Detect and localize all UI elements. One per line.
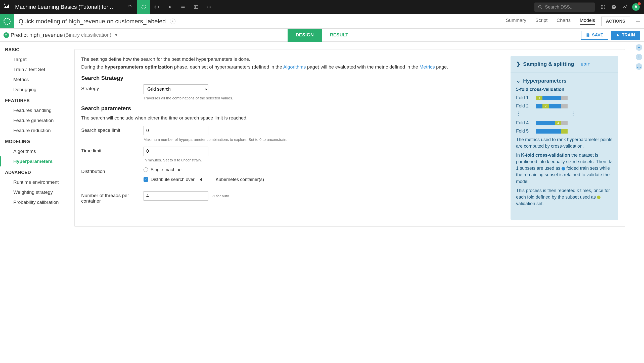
lab-icon[interactable] bbox=[137, 0, 150, 14]
result-tab[interactable]: RESULT bbox=[322, 29, 356, 42]
algorithms-link[interactable]: Algorithms bbox=[283, 64, 306, 70]
time-limit-input[interactable] bbox=[144, 147, 208, 156]
info-panel: ❯ Sampling & splitting EDIT ⌄ Hyperparam… bbox=[511, 56, 618, 220]
space-limit-help: Maximum number of hyperparameter combina… bbox=[144, 137, 503, 142]
play-icon[interactable] bbox=[163, 0, 176, 14]
train-label: TRAIN bbox=[622, 33, 635, 38]
stack-icon[interactable] bbox=[176, 0, 190, 14]
svg-point-2 bbox=[207, 7, 208, 7]
sidebar-item-runtime-env[interactable]: Runtime environment bbox=[0, 177, 65, 187]
distribute-count-input[interactable] bbox=[197, 175, 213, 184]
svg-point-8 bbox=[604, 5, 605, 6]
time-limit-help: In minutes. Set to 0 to unconstrain. bbox=[144, 157, 503, 163]
tab-summary[interactable]: Summary bbox=[506, 18, 526, 25]
fold-row-5: Fold 5 5 bbox=[516, 129, 613, 134]
sidebar-item-features-handling[interactable]: Features handling bbox=[0, 105, 65, 115]
sidebar-item-target[interactable]: Target bbox=[0, 54, 65, 65]
sidebar-item-train-test[interactable]: Train / Test Set bbox=[0, 65, 65, 75]
sidebar-section-modeling: MODELING bbox=[0, 136, 65, 146]
main-content: The settings define how the search for t… bbox=[65, 42, 634, 363]
back-arrow-icon[interactable]: ← bbox=[635, 17, 641, 25]
svg-point-5 bbox=[538, 5, 541, 8]
activity-icon[interactable] bbox=[620, 2, 630, 12]
user-avatar[interactable]: A bbox=[631, 2, 641, 12]
svg-rect-1 bbox=[194, 6, 198, 9]
right-rail: + i … bbox=[634, 42, 644, 363]
sidebar-item-probability-cal[interactable]: Probability calibration bbox=[0, 197, 65, 207]
sidebar-item-debugging[interactable]: Debugging bbox=[0, 85, 65, 95]
predict-subtitle: (Binary classification) bbox=[64, 32, 111, 38]
info-circle-icon[interactable]: ✦ bbox=[170, 19, 175, 24]
help-icon[interactable]: ? bbox=[609, 2, 619, 12]
metrics-link[interactable]: Metrics bbox=[419, 64, 435, 70]
params-heading: Search parameters bbox=[81, 105, 503, 112]
settings-form: The settings define how the search for t… bbox=[81, 56, 503, 220]
cv-title: 5-fold cross-validation bbox=[516, 87, 613, 92]
add-icon[interactable]: + bbox=[636, 44, 642, 51]
panel-icon[interactable] bbox=[190, 0, 203, 14]
edit-link[interactable]: EDIT bbox=[581, 62, 590, 66]
chevron-down-icon[interactable]: ▼ bbox=[114, 33, 118, 37]
sidebar-item-feature-generation[interactable]: Feature generation bbox=[0, 115, 65, 126]
time-limit-label: Time limit bbox=[81, 147, 144, 154]
distribute-label-post: Kubernetes container(s) bbox=[216, 177, 264, 182]
sidebar-section-basic: BASIC bbox=[0, 44, 65, 54]
cv-desc-3: This process is then repeated k times, o… bbox=[516, 187, 613, 207]
train-button[interactable]: TRAIN bbox=[611, 31, 640, 40]
save-icon bbox=[586, 33, 590, 37]
actions-button[interactable]: ACTIONS bbox=[601, 17, 630, 26]
mode-bar: ⟳ Predict high_revenue (Binary classific… bbox=[0, 29, 644, 42]
save-button[interactable]: SAVE bbox=[581, 31, 608, 40]
ml-task-icon[interactable] bbox=[0, 14, 14, 28]
strategy-heading: Search Strategy bbox=[81, 75, 503, 81]
project-name[interactable]: Machine Learning Basics (Tutorial) for A… bbox=[15, 4, 118, 10]
distribute-radio[interactable]: ✓ bbox=[144, 177, 148, 182]
svg-text:?: ? bbox=[613, 5, 615, 9]
space-limit-label: Search space limit bbox=[81, 126, 144, 133]
sampling-section-title[interactable]: ❯ Sampling & splitting EDIT bbox=[516, 61, 613, 67]
strategy-select[interactable]: Grid search bbox=[144, 84, 208, 94]
train-dot-icon bbox=[562, 167, 565, 170]
svg-point-9 bbox=[601, 7, 602, 7]
predict-icon: ⟳ bbox=[4, 32, 9, 38]
flow-icon[interactable] bbox=[124, 0, 137, 14]
svg-point-13 bbox=[602, 8, 603, 9]
svg-point-10 bbox=[602, 7, 603, 7]
single-machine-radio[interactable] bbox=[144, 167, 148, 172]
tab-charts[interactable]: Charts bbox=[557, 18, 571, 25]
predict-title: Predict high_revenue bbox=[11, 32, 63, 38]
hyper-section-title[interactable]: ⌄ Hyperparameters bbox=[516, 78, 613, 84]
distribution-label: Distribution bbox=[81, 167, 144, 174]
valid-dot-icon bbox=[597, 196, 601, 199]
code-icon[interactable] bbox=[150, 0, 163, 14]
chat-icon[interactable]: … bbox=[636, 63, 642, 70]
info-icon[interactable]: i bbox=[636, 54, 642, 60]
svg-point-12 bbox=[601, 8, 602, 9]
apps-icon[interactable] bbox=[598, 2, 608, 12]
mode-switch: DESIGN RESULT bbox=[288, 29, 356, 42]
play-icon bbox=[616, 33, 620, 37]
space-limit-input[interactable] bbox=[144, 126, 208, 135]
threads-input[interactable] bbox=[144, 191, 208, 201]
topbar-right-icons: ? A bbox=[598, 2, 641, 12]
tab-script[interactable]: Script bbox=[535, 18, 548, 25]
sidebar-item-algorithms[interactable]: Algorithms bbox=[0, 146, 65, 156]
distribute-label-pre: Distribute search over bbox=[151, 177, 195, 182]
svg-point-7 bbox=[602, 5, 603, 6]
fold-row-4: Fold 4 4 bbox=[516, 120, 613, 126]
design-tab[interactable]: DESIGN bbox=[288, 29, 322, 42]
svg-point-0 bbox=[142, 5, 146, 9]
sidebar-item-weighting[interactable]: Weighting strategy bbox=[0, 187, 65, 197]
nav-icons bbox=[124, 0, 216, 14]
app-logo[interactable] bbox=[3, 3, 11, 11]
tab-models[interactable]: Models bbox=[580, 18, 595, 25]
svg-point-11 bbox=[604, 7, 605, 7]
sidebar-item-hyperparameters[interactable]: Hyperparameters bbox=[0, 156, 65, 166]
sidebar-section-features: FEATURES bbox=[0, 95, 65, 105]
threads-help: -1 for auto bbox=[212, 193, 229, 199]
more-icon[interactable] bbox=[203, 0, 216, 14]
sidebar-item-feature-reduction[interactable]: Feature reduction bbox=[0, 126, 65, 136]
fold-row-2: Fold 2 2 bbox=[516, 103, 613, 109]
sidebar-item-metrics[interactable]: Metrics bbox=[0, 75, 65, 85]
search-input[interactable]: Search DSS... bbox=[534, 3, 595, 12]
